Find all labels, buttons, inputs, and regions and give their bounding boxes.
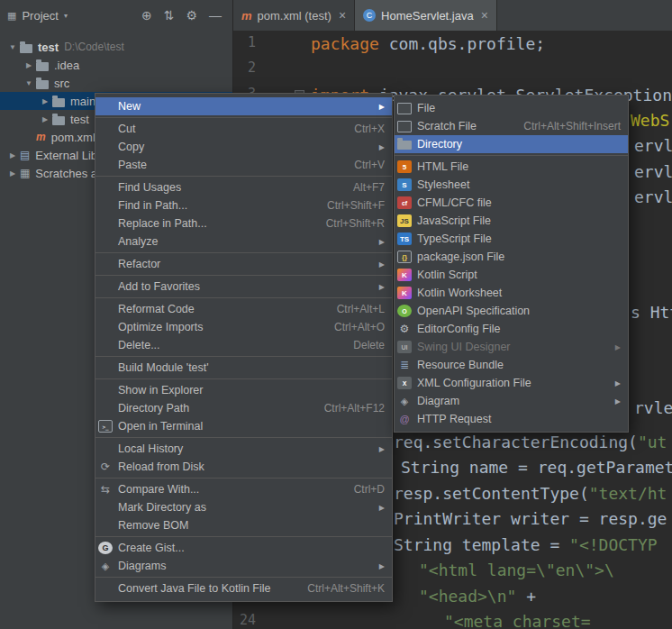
menu-item-directory-path[interactable]: Directory PathCtrl+Alt+F12 [95,399,392,417]
menu-item-replace-in-path[interactable]: Replace in Path...Ctrl+Shift+R [95,214,392,232]
folder-icon [36,80,49,89]
chevron-right-icon[interactable]: ▶ [5,151,20,160]
chevron-down-icon[interactable]: ▼ [5,43,20,51]
settings-gear-icon[interactable]: ⚙ [186,9,197,22]
project-panel-title[interactable]: Project [22,9,58,23]
menu-item-scratch-file[interactable]: Scratch FileCtrl+Alt+Shift+Insert [395,117,628,135]
code-segment: String template = [394,535,569,554]
menu-item-javascript-file[interactable]: JSJavaScript File [395,212,628,230]
menu-item-remove-bom[interactable]: Remove BOM [95,516,392,534]
menu-item-directory[interactable]: Directory [395,135,628,153]
menu-item-shortcut: Ctrl+X [338,123,385,135]
menu-item-find-in-path[interactable]: Find in Path...Ctrl+Shift+F [95,196,392,214]
menu-item-cfml-cfc-file[interactable]: cfCFML/CFC file [395,194,628,212]
tab-homeservlet-java[interactable]: CHomeServlet.java× [355,0,497,31]
menu-item-xml-configuration-file[interactable]: XXML Configuration File▶ [395,374,628,392]
menu-item-optimize-imports[interactable]: Optimize ImportsCtrl+Alt+O [95,318,392,336]
submenu-arrow-icon: ▶ [363,143,385,151]
code-segment: PrintWriter writer = resp.ge [394,509,667,528]
menu-item-find-usages[interactable]: Find UsagesAlt+F7 [95,178,392,196]
tab-label: pom.xml (test) [258,9,331,23]
menu-item-new[interactable]: New▶ [95,97,392,115]
menu-item-show-in-explorer[interactable]: Show in Explorer [95,381,392,399]
menu-item-label: Paste [118,159,147,171]
collapse-all-icon[interactable]: ⇅ [164,9,175,22]
menu-item-resource-bundle[interactable]: ≣Resource Bundle [395,356,628,374]
menu-item-delete[interactable]: Delete...Delete [95,336,392,354]
menu-item-label: Delete... [118,339,160,351]
menu-item-openapi-specification[interactable]: OOpenAPI Specification [395,302,628,320]
code-segment: "<meta charset= [444,612,591,629]
chevron-down-icon[interactable]: ▼ [22,79,36,87]
menu-item-diagrams[interactable]: ◈Diagrams▶ [95,557,392,575]
tree-item-label: .idea [54,59,79,72]
menu-item-label: Create Gist... [118,542,185,554]
code-line: String name = req.getParamet [401,458,672,478]
menu-item-typescript-file[interactable]: TSTypeScript File [395,230,628,248]
menu-item-add-to-favorites[interactable]: Add to Favorites▶ [95,278,392,296]
kotlin-worksheet-icon: K [397,287,412,299]
menu-item-paste[interactable]: PasteCtrl+V [95,156,392,174]
locate-icon[interactable]: ⊕ [141,9,152,22]
menu-item-reformat-code[interactable]: Reformat CodeCtrl+Alt+L [95,300,392,318]
menu-item-label: Replace in Path... [118,217,207,230]
resource-bundle-icon: ≣ [397,359,412,371]
menu-item-shortcut: Ctrl+Shift+R [310,217,385,230]
menu-item-label: Local History [118,442,183,455]
code-segment: "<!DOCTYP [569,535,658,554]
menu-item-compare-with[interactable]: ⇆Compare With...Ctrl+D [95,480,392,498]
menu-item-kotlin-worksheet[interactable]: KKotlin Worksheet [395,284,628,302]
menu-item-label: package.json File [417,251,504,263]
diagram-icon: ◈ [397,395,412,407]
menu-item-label: Kotlin Script [417,269,477,281]
menu-item-diagram[interactable]: ◈Diagram▶ [395,392,628,410]
tree-item-idea[interactable]: ▶.idea [0,56,232,74]
menu-item-convert-java-file-to-kotlin-file[interactable]: Convert Java File to Kotlin FileCtrl+Alt… [95,579,392,597]
chevron-right-icon[interactable]: ▶ [5,169,20,178]
menu-item-mark-directory-as[interactable]: Mark Directory as▶ [95,498,392,516]
menu-item-reload-from-disk[interactable]: ⟳Reload from Disk [95,458,392,476]
file-icon [397,103,412,114]
chevron-down-icon[interactable]: ▾ [64,12,68,20]
menu-item-http-request[interactable]: @HTTP Request [395,410,628,428]
tree-item-test[interactable]: ▼testD:\Code\test [0,38,232,56]
menu-item-html-file[interactable]: 5HTML File [395,158,628,176]
tree-item-src[interactable]: ▼src [0,74,232,92]
code-segment: String name = req.getParamet [401,458,672,477]
chevron-right-icon[interactable]: ▶ [38,115,52,123]
menu-item-label: XML Configuration File [417,377,531,389]
menu-item-label: TypeScript File [417,232,492,245]
editorconfig-icon: ⚙ [397,323,412,335]
hide-panel-icon[interactable]: — [209,9,222,22]
code-line: rvlet [634,398,672,418]
close-tab-icon[interactable]: × [481,8,488,23]
menu-separator [95,577,392,578]
menu-item-stylesheet[interactable]: SStylesheet [395,176,628,194]
menu-item-editorconfig-file[interactable]: ⚙EditorConfig File [395,320,628,338]
menu-item-local-history[interactable]: Local History▶ [95,440,392,458]
close-tab-icon[interactable]: × [339,8,346,23]
menu-item-copy[interactable]: Copy▶ [95,138,392,156]
menu-item-label: JavaScript File [417,214,491,227]
menu-item-build-module-test[interactable]: Build Module 'test' [95,359,392,377]
menu-item-analyze[interactable]: Analyze▶ [95,232,392,251]
tab-pom-xml-test[interactable]: mpom.xml (test)× [233,0,355,31]
submenu-arrow-icon: ▶ [363,283,385,291]
chevron-right-icon[interactable]: ▶ [22,61,36,69]
menu-item-file[interactable]: File [395,99,628,117]
menu-item-label: EditorConfig File [417,323,500,335]
menu-item-label: Directory [417,138,462,150]
menu-item-kotlin-script[interactable]: KKotlin Script [395,266,628,284]
chevron-right-icon[interactable]: ▶ [38,97,52,105]
submenu-arrow-icon: ▶ [599,379,621,387]
menu-item-open-in-terminal[interactable]: >_Open in Terminal [95,417,392,435]
new-submenu: FileScratch FileCtrl+Alt+Shift+InsertDir… [394,95,629,433]
menu-item-refactor[interactable]: Refactor▶ [95,255,392,273]
menu-item-create-gist[interactable]: GCreate Gist... [95,539,392,557]
menu-item-label: Find Usages [118,181,181,194]
menu-item-cut[interactable]: CutCtrl+X [95,120,392,138]
menu-item-package-json-file[interactable]: {}package.json File [395,248,628,266]
menu-item-label: Mark Directory as [118,501,206,514]
kotlin-script-icon: K [397,269,412,281]
menu-separator [95,378,392,379]
